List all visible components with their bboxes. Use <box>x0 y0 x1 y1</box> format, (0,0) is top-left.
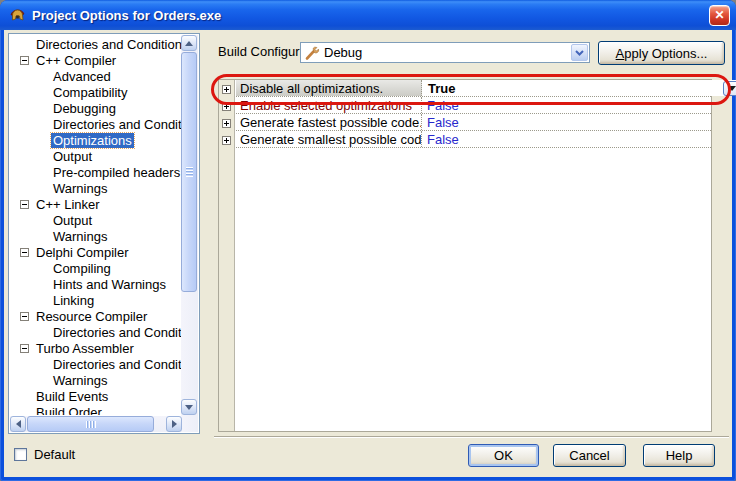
build-configuration-value: Debug <box>324 45 571 60</box>
tree-item-optimizations-selected[interactable]: Optimizations <box>10 132 181 148</box>
tree-item[interactable]: Linking <box>10 292 181 308</box>
apply-options-button[interactable]: Apply Options... <box>598 41 725 65</box>
expand-plus-icon[interactable] <box>222 85 231 94</box>
value-dropdown-icon[interactable] <box>723 81 736 96</box>
borland-helmet-icon <box>8 6 27 25</box>
window-title: Project Options for Orders.exe <box>32 8 709 23</box>
optimizations-property-grid: Disable all optimizations. True Enable s… <box>218 79 712 432</box>
tree-horizontal-scrollbar[interactable] <box>10 416 182 432</box>
tree-item[interactable]: Warnings <box>10 180 181 196</box>
tree-item[interactable]: Resource Compiler <box>10 308 181 324</box>
tree-vertical-scrollbar[interactable] <box>181 35 198 432</box>
tree-item[interactable]: Output <box>10 212 181 228</box>
tree-item[interactable]: Debugging <box>10 100 181 116</box>
ok-button[interactable]: OK <box>468 444 539 467</box>
tree-item[interactable]: Compiling <box>10 260 181 276</box>
property-row-generate-smallest-code[interactable]: Generate smallest possible code False <box>236 131 711 148</box>
expand-plus-icon[interactable] <box>222 136 231 145</box>
build-configuration-combobox[interactable]: Debug <box>300 42 590 63</box>
collapse-minus-icon[interactable] <box>20 312 29 321</box>
property-row-disable-all-optimizations[interactable]: Disable all optimizations. True <box>236 80 711 97</box>
wrench-icon <box>304 45 320 61</box>
value-editor[interactable]: True <box>423 80 736 96</box>
tree-item[interactable]: Pre-compiled headers <box>10 164 181 180</box>
tree-item[interactable]: Delphi Compiler <box>10 244 181 260</box>
combo-dropdown-icon[interactable] <box>571 44 588 61</box>
default-checkbox[interactable] <box>14 448 27 461</box>
tree-item[interactable]: Advanced <box>10 68 181 84</box>
tree-item[interactable]: Turbo Assembler <box>10 340 181 356</box>
tree-item[interactable]: Build Order <box>10 404 181 415</box>
dialog-client-area: Directories and Conditionals C++ Compile… <box>4 30 732 477</box>
tree-item[interactable]: Directories and Conditionals <box>10 36 181 52</box>
tree-item[interactable]: Directories and Conditionals <box>10 324 181 340</box>
tree-item[interactable]: Directories and Conditionals <box>10 356 181 372</box>
tree-item[interactable]: Directories and Conditionals <box>10 116 181 132</box>
scroll-left-icon[interactable] <box>10 416 26 432</box>
tree-item[interactable]: Warnings <box>10 228 181 244</box>
project-options-dialog: Project Options for Orders.exe ✕ Directo… <box>0 0 736 481</box>
expand-plus-icon[interactable] <box>222 102 231 111</box>
tree-item[interactable]: Hints and Warnings <box>10 276 181 292</box>
property-row-generate-fastest-code[interactable]: Generate fastest possible code. False <box>236 114 711 131</box>
tree-item[interactable]: C++ Linker <box>10 196 181 212</box>
collapse-minus-icon[interactable] <box>20 200 29 209</box>
grid-gutter <box>219 80 235 431</box>
tree-item-list: Directories and Conditionals C++ Compile… <box>10 36 181 415</box>
title-bar[interactable]: Project Options for Orders.exe ✕ <box>0 0 736 30</box>
tree-item[interactable]: Warnings <box>10 372 181 388</box>
options-tree: Directories and Conditionals C++ Compile… <box>8 33 200 434</box>
scroll-down-icon[interactable] <box>181 399 197 415</box>
scroll-right-icon[interactable] <box>166 416 182 432</box>
property-row-enable-selected-optimizations[interactable]: Enable selected optimizations False <box>236 97 711 114</box>
scroll-up-icon[interactable] <box>181 35 197 51</box>
tree-item[interactable]: Compatibility <box>10 84 181 100</box>
vertical-scroll-thumb[interactable] <box>181 52 197 292</box>
cancel-button[interactable]: Cancel <box>553 444 626 467</box>
footer-divider <box>214 436 729 438</box>
close-button[interactable]: ✕ <box>709 5 730 26</box>
tree-item[interactable]: Build Events <box>10 388 181 404</box>
expand-plus-icon[interactable] <box>222 119 231 128</box>
horizontal-scroll-thumb[interactable] <box>27 416 154 432</box>
default-checkbox-label[interactable]: Default <box>34 447 75 462</box>
help-button[interactable]: Help <box>643 444 715 467</box>
property-value: True <box>423 81 723 96</box>
tree-item[interactable]: Output <box>10 148 181 164</box>
collapse-minus-icon[interactable] <box>20 344 29 353</box>
collapse-minus-icon[interactable] <box>20 248 29 257</box>
tree-item[interactable]: C++ Compiler <box>10 52 181 68</box>
collapse-minus-icon[interactable] <box>20 56 29 65</box>
